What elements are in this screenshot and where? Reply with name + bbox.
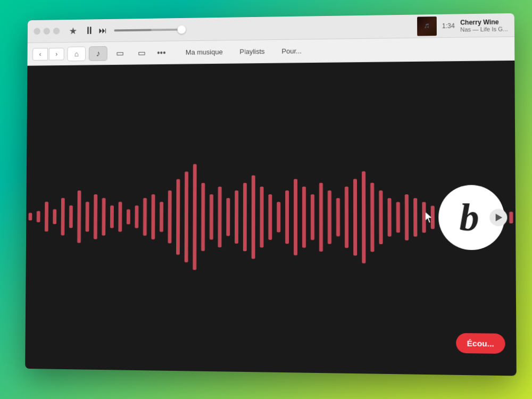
svg-rect-14 xyxy=(143,198,147,236)
svg-rect-27 xyxy=(252,175,255,259)
svg-rect-38 xyxy=(345,187,348,248)
fast-forward-button[interactable]: ⏭ xyxy=(99,26,107,35)
music-nav-button[interactable]: ♪ xyxy=(89,46,107,61)
album-art: 🎵 xyxy=(417,16,437,36)
svg-rect-37 xyxy=(336,198,340,236)
nav-arrows: ‹ › xyxy=(32,47,64,60)
now-playing: 🎵 1:34 Cherry Wine Nas — Life Is G... xyxy=(417,15,508,36)
play-triangle-icon xyxy=(496,214,503,221)
svg-rect-22 xyxy=(210,194,213,239)
svg-rect-7 xyxy=(86,202,89,231)
beats-letter: b xyxy=(459,198,479,237)
time-display: 1:34 xyxy=(442,22,455,29)
svg-rect-1 xyxy=(37,211,40,222)
svg-rect-4 xyxy=(61,198,65,235)
svg-marker-58 xyxy=(426,212,432,223)
beats-play-button[interactable] xyxy=(489,209,507,227)
svg-rect-33 xyxy=(302,187,306,248)
svg-rect-29 xyxy=(268,194,272,240)
svg-rect-41 xyxy=(370,183,374,252)
svg-rect-19 xyxy=(185,172,188,263)
tab-playlists[interactable]: Playlists xyxy=(231,44,273,59)
album-art-image: 🎵 xyxy=(417,16,437,36)
svg-rect-0 xyxy=(29,213,32,220)
svg-rect-6 xyxy=(77,190,81,243)
main-content: b Écou... xyxy=(25,61,517,376)
svg-rect-36 xyxy=(328,190,331,244)
beats-logo: b xyxy=(438,185,505,250)
home-icon: ⌂ xyxy=(74,49,79,58)
beats-circle: b xyxy=(438,185,505,250)
svg-rect-2 xyxy=(45,202,48,231)
progress-bar[interactable] xyxy=(114,25,182,34)
svg-rect-44 xyxy=(396,202,400,233)
tab-pour[interactable]: Pour... xyxy=(273,44,310,59)
svg-rect-24 xyxy=(226,198,230,236)
svg-rect-18 xyxy=(176,179,180,255)
progress-track xyxy=(114,28,182,31)
svg-rect-42 xyxy=(379,190,383,244)
track-artist: Nas — Life Is G... xyxy=(460,26,508,32)
nav-tabs: Ma musique Playlists Pour... xyxy=(177,44,310,60)
svg-rect-32 xyxy=(294,179,297,255)
tab-ma-musique[interactable]: Ma musique xyxy=(177,45,231,60)
svg-rect-25 xyxy=(235,190,238,244)
ecouter-button[interactable]: Écou... xyxy=(456,333,505,354)
svg-rect-10 xyxy=(110,205,114,228)
app-window: ★ ⏸ ⏭ 🎵 1:34 Cherry Wine Nas — Life Is G… xyxy=(25,13,517,376)
svg-rect-16 xyxy=(160,202,163,232)
svg-rect-35 xyxy=(319,183,323,252)
svg-rect-5 xyxy=(69,205,73,228)
track-info: Cherry Wine Nas — Life Is G... xyxy=(460,18,508,32)
transport-controls: ⏸ ⏭ xyxy=(84,24,107,37)
traffic-lights xyxy=(34,28,60,35)
video-nav-button[interactable]: ▭ xyxy=(111,46,129,61)
svg-rect-26 xyxy=(243,183,247,252)
svg-rect-23 xyxy=(218,187,222,247)
progress-thumb xyxy=(177,25,186,34)
svg-rect-57 xyxy=(509,212,513,223)
svg-rect-11 xyxy=(118,202,122,232)
svg-rect-31 xyxy=(285,190,289,244)
svg-rect-40 xyxy=(362,171,365,263)
svg-rect-21 xyxy=(201,183,205,251)
svg-rect-43 xyxy=(388,198,392,236)
svg-rect-20 xyxy=(193,164,196,270)
film-icon: ▭ xyxy=(116,48,124,58)
forward-button[interactable]: › xyxy=(49,47,64,60)
tv-nav-button[interactable]: ▭ xyxy=(132,45,151,60)
favorite-button[interactable]: ★ xyxy=(69,25,78,37)
svg-rect-3 xyxy=(53,209,56,224)
back-button[interactable]: ‹ xyxy=(32,48,48,61)
close-button[interactable] xyxy=(34,28,40,35)
pause-button[interactable]: ⏸ xyxy=(84,24,94,37)
maximize-button[interactable] xyxy=(53,28,60,35)
music-note-icon: ♪ xyxy=(96,48,100,58)
svg-rect-8 xyxy=(94,194,97,239)
svg-rect-17 xyxy=(168,190,172,243)
svg-rect-28 xyxy=(260,187,264,247)
svg-rect-39 xyxy=(353,179,357,255)
svg-rect-46 xyxy=(413,198,417,236)
svg-rect-34 xyxy=(311,194,314,240)
source-button[interactable]: ⌂ xyxy=(67,46,86,61)
progress-fill xyxy=(114,29,152,31)
minimize-button[interactable] xyxy=(44,28,51,35)
mouse-cursor xyxy=(425,211,436,224)
more-button[interactable]: ••• xyxy=(154,46,169,60)
svg-rect-13 xyxy=(135,205,138,228)
track-title: Cherry Wine xyxy=(460,18,508,26)
svg-rect-45 xyxy=(405,194,409,240)
svg-rect-15 xyxy=(151,194,155,239)
svg-rect-9 xyxy=(102,198,105,236)
svg-rect-30 xyxy=(277,202,280,232)
svg-rect-12 xyxy=(127,209,130,224)
tv-icon: ▭ xyxy=(138,48,146,58)
